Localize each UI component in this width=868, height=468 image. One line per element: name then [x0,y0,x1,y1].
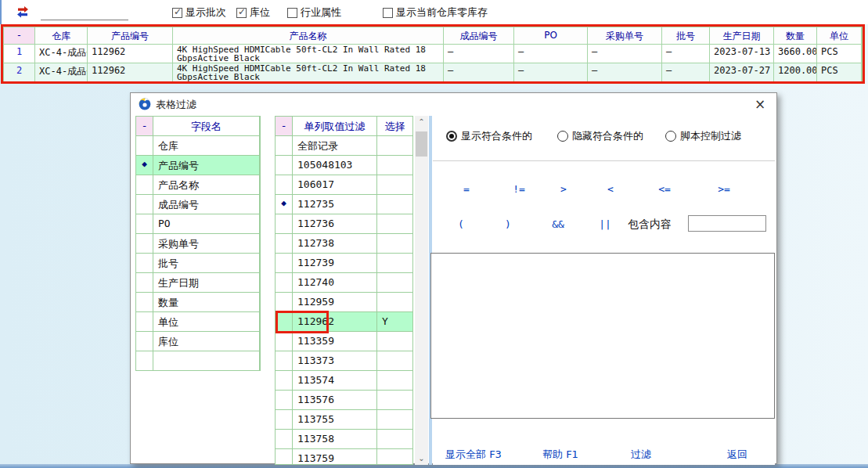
table-cell[interactable]: 2023-07-27 [710,63,774,82]
field-row[interactable]: 成品编号 [136,195,260,214]
checkbox-box-icon[interactable] [287,8,297,18]
radio-icon[interactable] [665,131,676,142]
value-label[interactable]: 112735 [293,195,377,214]
table-cell[interactable]: 2 [4,63,35,82]
field-label[interactable]: 成品编号 [153,195,260,214]
value-select-flag[interactable] [377,254,412,273]
column-header[interactable]: - [4,27,35,45]
value-select-flag[interactable] [377,449,412,465]
scrollbar-thumb[interactable] [416,131,427,157]
table-cell[interactable]: – [444,63,514,82]
value-row[interactable]: 113758 [276,430,412,449]
table-cell[interactable]: – [588,63,662,82]
table-cell[interactable]: – [514,45,588,63]
value-row[interactable]: 112736 [276,214,412,234]
operator-button[interactable]: >= [711,183,737,195]
table-cell[interactable]: XC-4-成品仓 [35,63,88,82]
checkbox-box-icon[interactable] [236,8,247,18]
operator-button[interactable]: || [592,218,618,230]
checkbox-1[interactable]: 显示批次 [172,6,226,19]
checkbox-3[interactable]: 行业属性 [287,6,341,19]
table-cell[interactable]: XC-4-成品仓 [35,45,88,63]
field-label[interactable]: 单位 [153,312,260,332]
field-label[interactable]: PO [153,214,260,234]
field-label[interactable]: 库位 [153,332,260,351]
checkbox-2[interactable]: 库位 [236,6,270,19]
operator-button[interactable]: = [453,183,480,195]
column-header[interactable]: 数量 [774,27,817,45]
value-select-flag[interactable] [377,293,412,312]
table-cell[interactable]: – [662,63,710,82]
table-cell[interactable]: 3660.000 [774,45,817,63]
table-row[interactable]: 1XC-4-成品仓1129624K HighSpeed HDMICable 50… [4,45,862,63]
operator-button[interactable]: && [545,218,571,230]
field-row[interactable]: ◆产品编号 [136,156,260,175]
value-row[interactable]: 113373 [276,351,412,371]
field-label[interactable]: 仓库 [153,136,260,156]
value-row[interactable]: 113576 [276,391,412,410]
value-label[interactable]: 106017 [293,175,377,195]
value-label[interactable]: 113574 [293,371,377,391]
table-cell[interactable]: – [588,45,662,63]
value-row[interactable]: 112738 [276,234,412,254]
table-cell[interactable]: PCS [817,45,862,63]
table-cell[interactable]: 1200.000 [774,63,817,82]
quick-filter-input[interactable] [41,5,128,20]
table-cell[interactable]: 1 [4,45,35,63]
value-label[interactable]: 112736 [293,214,377,234]
field-row[interactable]: 单位 [136,312,260,332]
value-select-flag[interactable] [377,234,412,254]
table-row[interactable]: 2XC-4-成品仓1129624K HighSpeed HDMICable 50… [4,63,862,82]
value-row[interactable]: 全部记录 [276,136,412,156]
field-row[interactable]: 生产日期 [136,273,260,293]
operator-button[interactable]: != [506,183,532,195]
table-cell[interactable]: 4K HighSpeed HDMICable 50ft-CL2 In Wall … [173,63,444,82]
column-header[interactable]: 产品名称 [173,27,444,45]
field-row[interactable]: 产品名称 [136,175,260,195]
value-select-flag[interactable] [377,351,412,371]
value-select-flag[interactable] [377,410,412,430]
filter-mode-radio[interactable]: 脚本控制过滤 [665,129,741,143]
value-row[interactable]: 113755 [276,410,412,430]
contains-input[interactable] [688,215,766,232]
value-label[interactable]: 113373 [293,351,377,371]
swap-arrows-icon[interactable] [16,5,30,19]
value-row[interactable]: 112740 [276,273,412,293]
values-scrollbar[interactable]: ⌃ ⌄ [415,116,428,465]
value-select-flag[interactable]: Y [377,312,412,332]
dialog-button-2[interactable]: 帮助 F1 [542,448,578,462]
operator-button[interactable]: <= [651,183,678,195]
select-header[interactable]: 选择 [377,117,412,136]
column-header[interactable]: 单位 [817,27,862,45]
operator-button[interactable]: ) [495,218,521,230]
checkbox-box-icon[interactable] [383,8,393,18]
value-select-flag[interactable] [377,156,412,175]
value-label[interactable]: 112739 [293,254,377,273]
operator-button[interactable]: > [550,183,577,195]
field-row[interactable]: 采购单号 [136,234,260,254]
field-label[interactable] [153,351,260,371]
column-header[interactable]: 产品编号 [88,27,173,45]
table-cell[interactable]: PCS [817,63,862,82]
table-cell[interactable]: 4K HighSpeed HDMICable 50ft-CL2 In Wall … [173,45,444,63]
value-select-flag[interactable] [377,195,412,214]
field-name-header[interactable]: 字段名 [153,117,260,136]
value-row[interactable]: 113759 [276,449,412,465]
table-cell[interactable]: – [514,63,588,82]
field-row[interactable]: PO [136,214,260,234]
dialog-titlebar[interactable]: 表格过滤 × [131,93,776,114]
value-label[interactable]: 112738 [293,234,377,254]
radio-icon[interactable] [557,131,568,142]
column-header[interactable]: PO [514,27,588,45]
value-select-flag[interactable] [377,175,412,195]
dialog-button-3[interactable]: 过滤 [631,448,651,462]
value-select-flag[interactable] [377,273,412,293]
value-select-flag[interactable] [377,136,412,156]
close-icon[interactable]: × [751,95,769,113]
table-cell[interactable]: 112962 [88,63,173,82]
value-label[interactable]: 113359 [293,332,377,351]
field-label[interactable]: 生产日期 [153,273,260,293]
filter-mode-radio[interactable]: 隐藏符合条件的 [557,129,643,143]
field-row[interactable] [136,351,260,371]
table-cell[interactable]: 112962 [88,45,173,63]
